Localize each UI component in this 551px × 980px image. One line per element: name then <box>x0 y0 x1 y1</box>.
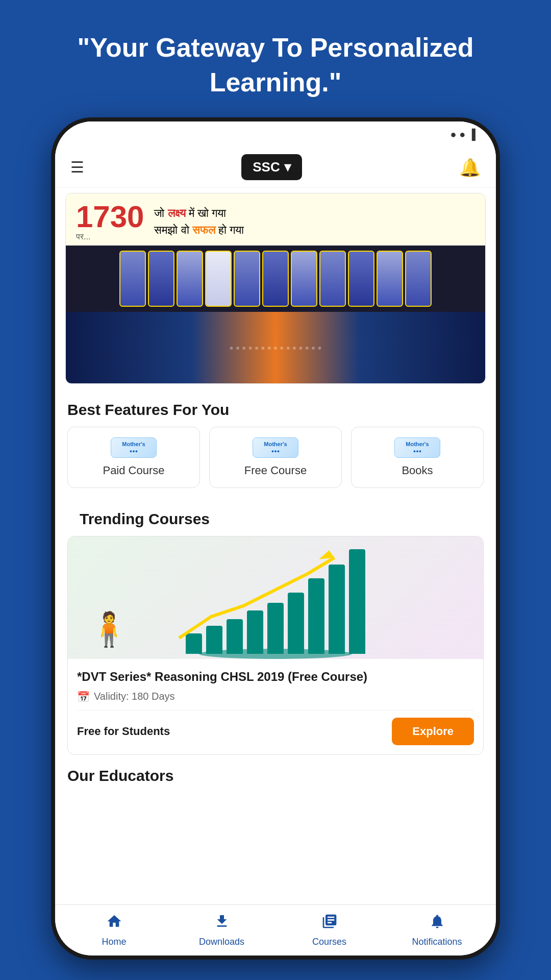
trending-courses-title: Trending Courses <box>67 498 484 536</box>
phone-inner: ● ● ▐ ☰ SSC ▾ 🔔 1730 पर... <box>55 121 496 955</box>
download-icon <box>214 913 230 934</box>
books-card[interactable]: Mother's●●● Books <box>351 427 484 488</box>
person-silhouette: 🧍 <box>88 610 130 649</box>
group-photo-bg: ● ● ● ● ● ● ● ● ● ● ● ● ● ● ● <box>66 312 485 383</box>
free-course-logo: Mother's●●● <box>253 437 298 458</box>
home-icon <box>106 913 122 934</box>
nav-home-label: Home <box>102 937 126 947</box>
paid-course-label: Paid Course <box>103 464 164 477</box>
banner-highlight1: लक्ष्य <box>168 207 186 219</box>
person-card <box>148 251 174 307</box>
chart-bar-2 <box>206 626 222 654</box>
banner-line1-suffix: में खो गया <box>186 207 226 219</box>
nav-notifications[interactable]: Notifications <box>402 913 473 947</box>
course-validity: 📅 Validity: 180 Days <box>77 691 474 703</box>
banner-line2-prefix: समझो वो <box>154 224 192 236</box>
banner-top: 1730 पर... जो लक्ष्य में खो गया समझो वो … <box>66 193 485 246</box>
ssc-label: SSC <box>253 159 280 175</box>
chart-bar-6 <box>288 593 304 654</box>
notifications-icon <box>429 913 445 934</box>
page-background: "Your Gateway To Personalized Learning."… <box>0 0 551 120</box>
explore-button[interactable]: Explore <box>392 718 474 745</box>
person-card <box>291 251 317 307</box>
paid-course-logo: Mother's●●● <box>111 437 157 458</box>
person-card <box>262 251 289 307</box>
free-course-label: Free Course <box>244 464 307 477</box>
books-label: Books <box>402 464 433 477</box>
trending-courses-section: Trending Courses <box>55 498 496 755</box>
courses-icon <box>321 913 338 934</box>
person-card <box>177 251 203 307</box>
chart-bar-4 <box>247 610 263 654</box>
scroll-area: 1730 पर... जो लक्ष्य में खो गया समझो वो … <box>55 188 496 913</box>
chart-base-oval <box>199 649 352 659</box>
course-image: 🧍 <box>68 536 483 659</box>
paid-course-card[interactable]: Mother's●●● Paid Course <box>67 427 200 488</box>
person-card <box>205 251 232 307</box>
dropdown-arrow: ▾ <box>284 159 291 175</box>
nav-notifications-label: Notifications <box>412 937 462 947</box>
banner-highlight2: सफल <box>192 224 215 236</box>
educators-section: Our Educators <box>55 755 496 790</box>
educators-title: Our Educators <box>55 755 496 790</box>
nav-courses-label: Courses <box>312 937 346 947</box>
free-label: Free for Students <box>77 725 170 738</box>
banner-line2-suffix: हो गया <box>215 224 244 236</box>
banner-line2: समझो वो सफल हो गया <box>154 222 243 238</box>
app-header: ☰ SSC ▾ 🔔 <box>55 147 496 188</box>
status-bar: ● ● ▐ <box>55 121 496 147</box>
banner-left: 1730 पर... <box>76 202 144 241</box>
nav-home[interactable]: Home <box>79 913 150 947</box>
course-title: *DVT Series* Reasoning CHSL 2019 (Free C… <box>77 668 474 685</box>
nav-downloads-label: Downloads <box>199 937 244 947</box>
free-course-logo-text: Mother's●●● <box>264 441 287 454</box>
banner-section: 1730 पर... जो लक्ष्य में खो गया समझो वो … <box>65 193 486 384</box>
person-card <box>234 251 260 307</box>
ssc-dropdown[interactable]: SSC ▾ <box>241 154 302 180</box>
hamburger-icon[interactable]: ☰ <box>70 158 84 176</box>
course-card[interactable]: 🧍 *DVT Series* Reasoning CHSL 2019 (Free… <box>67 536 484 755</box>
banner-line1-prefix: जो <box>154 207 167 219</box>
course-footer: Free for Students Explore <box>77 710 474 745</box>
chart-bar-5 <box>267 603 284 654</box>
banner-persons-row <box>66 246 485 312</box>
nav-courses[interactable]: Courses <box>294 913 365 947</box>
header-quote: "Your Gateway To Personalized Learning." <box>0 0 551 120</box>
chart-bar-9 <box>349 549 365 654</box>
person-card <box>348 251 374 307</box>
banner-number: 1730 <box>76 202 144 232</box>
books-logo: Mother's●●● <box>394 437 440 458</box>
banner-text: जो लक्ष्य में खो गया समझो वो सफल हो गया <box>154 205 243 238</box>
paid-course-logo-text: Mother's●●● <box>122 441 145 454</box>
notification-bell-icon[interactable]: 🔔 <box>459 157 481 178</box>
nav-downloads[interactable]: Downloads <box>186 913 258 947</box>
best-features-section: Best Features For You Mother's●●● Paid C… <box>55 389 496 498</box>
course-info: *DVT Series* Reasoning CHSL 2019 (Free C… <box>68 659 483 754</box>
person-card <box>119 251 146 307</box>
best-features-title: Best Features For You <box>55 389 496 427</box>
phone-frame: ● ● ▐ ☰ SSC ▾ 🔔 1730 पर... <box>51 117 500 960</box>
bottom-nav: Home Downloads Courses <box>55 904 496 955</box>
chart-container <box>68 536 483 659</box>
status-icons: ● ● ▐ <box>450 129 475 140</box>
validity-text: Validity: 180 Days <box>94 691 175 702</box>
books-logo-text: Mother's●●● <box>406 441 429 454</box>
banner-line1: जो लक्ष्य में खो गया <box>154 205 243 222</box>
chart-bar-7 <box>308 578 324 654</box>
person-card <box>377 251 403 307</box>
free-course-card[interactable]: Mother's●●● Free Course <box>209 427 342 488</box>
features-grid: Mother's●●● Paid Course Mother's●●● Free… <box>55 427 496 498</box>
calendar-icon: 📅 <box>77 691 90 703</box>
chart-bar-1 <box>186 633 202 654</box>
chart-bar-8 <box>329 565 345 654</box>
banner-group-photo: ● ● ● ● ● ● ● ● ● ● ● ● ● ● ● <box>66 312 485 383</box>
group-photo-label: ● ● ● ● ● ● ● ● ● ● ● ● ● ● ● <box>229 344 321 352</box>
chart-bar-3 <box>227 619 243 654</box>
person-card <box>319 251 346 307</box>
person-card <box>405 251 432 307</box>
